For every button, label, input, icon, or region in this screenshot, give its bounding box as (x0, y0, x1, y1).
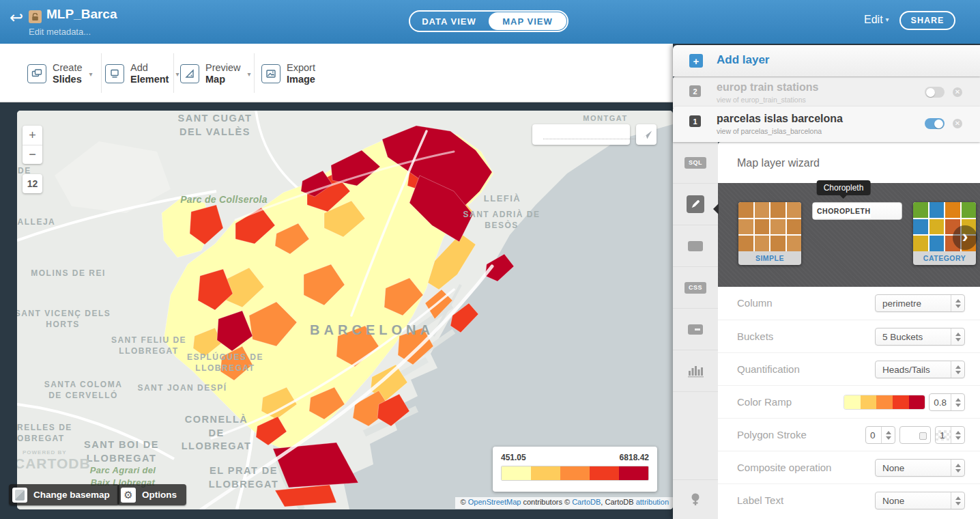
stepper-icon (951, 295, 964, 311)
add-layer-button[interactable]: + Add layer (673, 45, 980, 76)
layer-item-parcelas-islas-barcelona[interactable]: 1 parcelas islas barcelona view of parce… (673, 107, 980, 142)
paper-plane-icon (641, 129, 652, 141)
composite-operation-select[interactable]: None (875, 459, 965, 477)
map-label: LLEFIÀ (484, 193, 521, 205)
wizard-style-carousel: Choropleth SIMPLE (718, 183, 980, 287)
map-label: SANT FELIU DE LLOBREGAT (111, 335, 186, 356)
slides-icon (27, 64, 46, 83)
map-canvas[interactable]: SANT CUGAT DEL VALLÈS MONTGAT Parc de Co… (17, 111, 673, 509)
map-label: CORNELLÀ DE LLOBREGAT (182, 413, 252, 453)
legend-color-ramp (501, 466, 649, 481)
chevron-down-icon: ▾ (89, 70, 93, 78)
field-label: Column (737, 287, 773, 320)
map-label: SANT BOI DE LLOBREGAT (84, 438, 159, 465)
gear-icon: ⚙ (121, 488, 136, 503)
cartodb-link[interactable]: CartoDB (572, 498, 601, 506)
field-label: Polygon Stroke (737, 419, 807, 451)
stepper-icon (951, 492, 964, 509)
stepper-icon (951, 361, 964, 378)
zoom-control: + − (23, 126, 42, 164)
field-label: Label Text (737, 484, 783, 517)
layer-order-badge: 2 (689, 85, 701, 97)
create-slides-button[interactable]: CreateSlides ▾ (27, 61, 93, 86)
preview-icon (180, 64, 199, 83)
map-attribution: © OpenStreetMap contributors © CartoDB, … (455, 497, 673, 509)
legend-max: 6818.42 (620, 453, 649, 462)
privacy-lock-icon[interactable] (29, 10, 42, 23)
tab-css[interactable]: CSS (673, 267, 718, 309)
plus-icon: + (689, 54, 703, 68)
share-button[interactable]: SHARE (899, 11, 955, 30)
map-label: MOLINS DE REI (31, 268, 106, 279)
map-search-box (532, 124, 630, 145)
attribution-link[interactable]: attribution (636, 498, 669, 506)
tab-map-view[interactable]: MAP VIEW (489, 12, 566, 30)
back-arrow-icon[interactable]: ↩ (10, 10, 23, 26)
map-options-button[interactable]: ⚙ Options (117, 484, 186, 505)
add-element-button[interactable]: AddElement ▾ (105, 61, 179, 86)
field-label: Buckets (737, 320, 773, 353)
color-ramp-picker[interactable] (844, 395, 925, 409)
map-label-barcelona: BARCELONA (310, 321, 434, 339)
tab-infowindow[interactable] (673, 225, 718, 267)
tab-legends[interactable] (673, 479, 718, 519)
remove-layer-icon[interactable]: ✕ (953, 119, 962, 128)
tab-tooltip[interactable] (673, 309, 718, 350)
speech-bubble-icon (688, 241, 703, 251)
export-image-button[interactable]: ExportImage (261, 61, 315, 86)
map-label: SANT JOAN DESPÍ (137, 382, 227, 393)
carousel-next-button[interactable]: › (953, 225, 977, 250)
stroke-color-picker[interactable] (899, 426, 931, 444)
page-title: MLP_Barca (46, 7, 117, 22)
layer-visibility-toggle[interactable] (925, 118, 945, 129)
buckets-select[interactable]: 5 Buckets (875, 328, 965, 346)
map-label: ESPLÚGUES DE LLOBREGAT (187, 352, 263, 374)
layer-item-europ-train-stations[interactable]: 2 europ train stations view of europ_tra… (673, 76, 980, 108)
choropleth-legend: 451.05 6818.42 (493, 447, 657, 492)
legend-min: 451.05 (501, 453, 526, 462)
map-label: EL PRAT DE LLOBREGAT (209, 464, 279, 491)
geolocate-button[interactable] (636, 124, 657, 145)
map-label: MONTGAT (583, 113, 627, 124)
stepper-icon (951, 328, 964, 345)
edit-menu[interactable]: Edit▾ (864, 14, 889, 26)
chevron-down-icon: ▾ (175, 70, 179, 78)
style-thumb-simple[interactable]: SIMPLE (738, 202, 801, 265)
openstreetmap-link[interactable]: OpenStreetMap (468, 498, 521, 506)
map-label: SANT VICENÇ DELS HORTS (17, 308, 111, 330)
histogram-icon (687, 364, 704, 378)
opacity-input[interactable]: 0.8 (929, 393, 965, 411)
layer-visibility-toggle[interactable] (925, 87, 945, 98)
divider (173, 53, 174, 93)
quantification-select[interactable]: Heads/Tails (875, 361, 965, 378)
tab-filters[interactable] (673, 350, 718, 392)
edit-metadata-link[interactable]: Edit metadata... (29, 27, 91, 37)
layer-order-badge: 1 (689, 115, 701, 127)
wizard-title: Map layer wizard (718, 142, 980, 183)
map-label: Parc de Collserola (180, 193, 268, 206)
search-input[interactable] (543, 130, 649, 139)
style-thumb-choropleth[interactable]: CHOROPLETH (812, 202, 902, 220)
change-basemap-button[interactable]: Change basemap (9, 484, 119, 505)
remove-layer-icon[interactable]: ✕ (953, 87, 962, 97)
column-select[interactable]: perimetre (875, 294, 965, 312)
field-label: Composite operation (737, 451, 831, 484)
editor-toolbar: CreateSlides ▾ AddElement ▾ PreviewMap ▾… (0, 44, 673, 102)
view-toggle: DATA VIEW MAP VIEW (409, 10, 568, 32)
stroke-width-input[interactable]: 0 (865, 426, 895, 444)
wizard-form: Column perimetre Buckets 5 Buckets Quant… (718, 287, 980, 516)
preview-map-button[interactable]: PreviewMap ▾ (180, 61, 251, 86)
paintbrush-icon (687, 195, 704, 213)
field-label: Color Ramp (737, 386, 792, 419)
map-label: PALLEJA (17, 216, 55, 227)
label-text-select[interactable]: None (875, 492, 965, 509)
zoom-out-button[interactable]: − (23, 145, 42, 164)
tab-sql[interactable]: SQL (673, 142, 718, 184)
divider (101, 53, 102, 93)
stroke-opacity-input[interactable]: 1 (935, 426, 965, 444)
layers-panel: + Add layer 2 europ train stations view … (673, 45, 980, 519)
element-icon (105, 64, 124, 83)
zoom-in-button[interactable]: + (23, 126, 42, 145)
tab-data-view[interactable]: DATA VIEW (410, 12, 488, 31)
marker-plus-icon (690, 493, 701, 507)
